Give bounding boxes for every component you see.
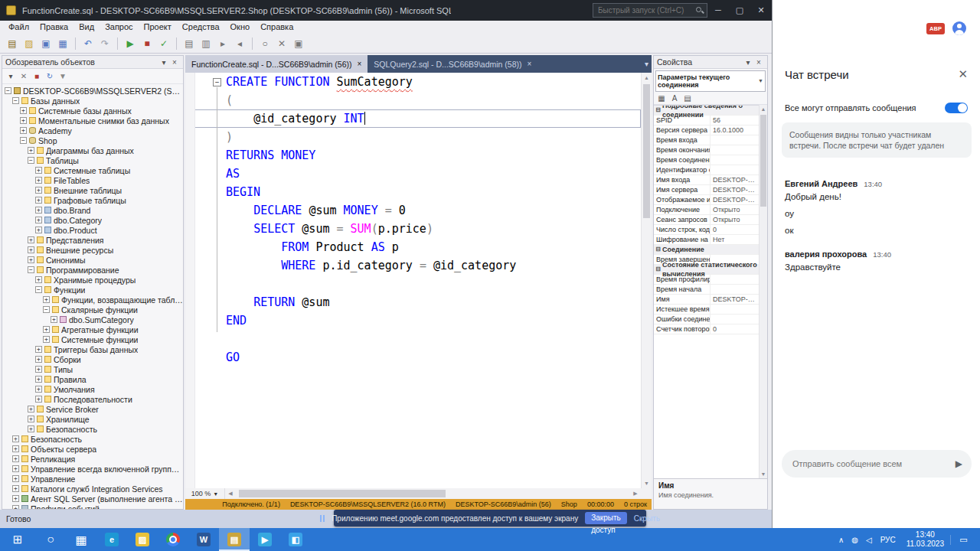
tree-item[interactable]: +dbo.SumCategory — [2, 315, 183, 324]
tree-expander-icon[interactable]: + — [12, 505, 19, 509]
editor-hscrollbar[interactable]: 100 % ▼ ◀ ▶ — [185, 488, 641, 499]
disconnect-icon[interactable]: ✕ — [18, 70, 30, 83]
tree-expander-icon[interactable]: + — [20, 127, 27, 134]
tree-expander-icon[interactable]: − — [5, 87, 11, 94]
menu-item[interactable]: Средства — [177, 21, 225, 34]
tree-item[interactable]: +Системные базы данных — [2, 106, 183, 116]
tab-inactive-document[interactable]: SQLQuery2.sql - D...SC66B9\admin (58))× — [368, 55, 537, 73]
tree-item[interactable]: +Последовательности — [2, 394, 183, 404]
hscroll-thumb[interactable] — [239, 490, 446, 497]
outdent-icon[interactable]: ◂ — [232, 36, 247, 51]
property-row[interactable]: Шифрование на каналеНет — [654, 235, 759, 245]
properties-object-combo[interactable]: Параметры текущего соединения ▼ — [655, 70, 766, 92]
property-pages-icon[interactable]: ▤ — [681, 93, 694, 105]
tree-item[interactable]: −Базы данных — [2, 96, 183, 106]
code-line[interactable]: @id_category INT — [185, 109, 641, 128]
code-editor[interactable]: − CREATE FUNCTION SumCategory( @id_categ… — [185, 73, 641, 488]
taskbar-search-icon[interactable]: ○ — [35, 528, 66, 551]
editor-vscrollbar[interactable]: ▲ ▼ — [641, 73, 652, 488]
tree-expander-icon[interactable]: − — [12, 97, 19, 104]
tree-expander-icon[interactable]: − — [43, 306, 50, 313]
tree-expander-icon[interactable]: + — [28, 246, 34, 253]
tree-expander-icon[interactable]: + — [28, 236, 34, 243]
tree-expander-icon[interactable]: − — [28, 266, 34, 273]
scroll-down-icon[interactable]: ▼ — [760, 470, 767, 478]
property-row[interactable]: Число строк, код0 — [654, 225, 759, 235]
save-all-icon[interactable]: ▦ — [55, 36, 70, 51]
property-row[interactable]: ИмяDESKTOP-SC66B9\MSSQLSERVER2 — [654, 295, 759, 305]
tree-item[interactable]: +Хранилище — [2, 414, 183, 424]
panel-menu-icon[interactable]: ▾ — [158, 58, 169, 67]
quick-launch-box[interactable] — [593, 3, 707, 18]
properties-close-icon[interactable]: × — [753, 58, 764, 67]
tree-expander-icon[interactable]: + — [35, 376, 42, 383]
language-indicator[interactable]: РУС — [876, 536, 900, 544]
tree-expander-icon[interactable]: + — [20, 117, 27, 124]
menu-item[interactable]: Справка — [255, 21, 299, 34]
tree-item[interactable]: +Представления — [2, 235, 183, 245]
tree-item[interactable]: +Типы — [2, 364, 183, 374]
tree-item[interactable]: +Внешние ресурсы — [2, 245, 183, 255]
taskbar-app-vscode[interactable]: ◧ — [280, 528, 311, 551]
tree-item[interactable]: +Графовые таблицы — [2, 195, 183, 205]
taskbar-app-ssms[interactable]: ▤ — [219, 528, 250, 551]
tab-close-icon[interactable]: × — [358, 60, 362, 68]
titlebar[interactable]: FunctionCreate.sql - DESKTOP-SC66B9\MSSQ… — [0, 0, 772, 21]
vscroll-thumb[interactable] — [643, 84, 650, 218]
tree-item[interactable]: +Управление всегда включенной группой до… — [2, 464, 183, 474]
start-button[interactable]: ⊞ — [0, 528, 35, 551]
menu-item[interactable]: Окно — [225, 21, 256, 34]
tree-item[interactable]: +Системные функции — [2, 334, 183, 344]
tree-item[interactable]: −Программирование — [2, 265, 183, 275]
tree-item[interactable]: +Каталоги служб Integration Services — [2, 484, 183, 494]
refresh-icon[interactable]: ↻ — [44, 70, 56, 83]
props-scrollbar[interactable]: ▲ ▼ — [759, 105, 767, 478]
tree-item[interactable]: +dbo.Brand — [2, 205, 183, 215]
collapse-icon[interactable]: ⊟ — [654, 106, 662, 115]
code-line[interactable]: FROM Product AS p — [185, 238, 641, 256]
alphabetical-icon[interactable]: A — [668, 93, 681, 105]
open-file-icon[interactable]: ▨ — [21, 36, 37, 51]
outline-collapse-icon[interactable]: − — [213, 78, 221, 86]
parse-icon[interactable]: ✓ — [156, 36, 172, 51]
code-line[interactable]: END — [185, 311, 641, 330]
tray-expand-icon[interactable]: ∧ — [835, 536, 848, 544]
categorized-icon[interactable]: ▦ — [655, 93, 668, 105]
code-line[interactable] — [185, 275, 641, 293]
tree-item[interactable]: +Триггеры базы данных — [2, 344, 183, 354]
cancel-query-icon[interactable]: ■ — [139, 36, 155, 51]
taskbar-app-telegram[interactable]: ▶ — [250, 528, 280, 551]
property-category[interactable]: ⊟Подробные сведения о соединении — [654, 106, 759, 116]
hide-share-bar-button[interactable]: Скрыть — [634, 514, 660, 523]
find-icon[interactable]: ○ — [257, 36, 273, 51]
tree-expander-icon[interactable]: − — [35, 286, 42, 293]
code-line[interactable]: WHERE p.id_category = @id_category — [185, 256, 641, 275]
stop-icon[interactable]: ■ — [31, 70, 43, 83]
tree-item[interactable]: +Хранимые процедуры — [2, 275, 183, 285]
taskbar-app-explorer[interactable]: ▨ — [127, 528, 158, 551]
tree-item[interactable]: +Моментальные снимки баз данных — [2, 116, 183, 126]
filter-icon[interactable]: ▼ — [57, 70, 69, 83]
stop-sharing-button[interactable]: Закрыть доступ — [585, 512, 627, 524]
menu-item[interactable]: Правка — [34, 21, 74, 34]
property-row[interactable]: Имя входаDESKTOP-SC66B9\admin — [654, 175, 759, 185]
code-line[interactable]: RETURN @sum — [185, 293, 641, 311]
cut-icon[interactable]: ✕ — [274, 36, 289, 51]
tree-item[interactable]: −DESKTOP-SC66B9\MSSQLSERVER2 (SQL Server… — [2, 86, 183, 96]
tree-item[interactable]: +Диаграммы баз данных — [2, 145, 183, 155]
code-line[interactable]: RETURNS MONEY — [185, 146, 641, 165]
property-row[interactable]: Время окончания — [654, 145, 759, 155]
adblock-icon[interactable]: ABP — [926, 23, 945, 34]
tree-item[interactable]: +dbo.Category — [2, 215, 183, 225]
code-line[interactable]: DECLARE @sum MONEY = 0 — [185, 201, 641, 220]
allow-messages-toggle[interactable] — [945, 103, 968, 113]
undo-icon[interactable]: ↶ — [80, 36, 96, 51]
tree-expander-icon[interactable]: + — [43, 326, 50, 333]
tree-expander-icon[interactable]: + — [12, 475, 19, 482]
scroll-up-icon[interactable]: ▲ — [642, 73, 652, 83]
tree-expander-icon[interactable]: + — [35, 386, 42, 393]
copy-icon[interactable]: ▣ — [291, 36, 306, 51]
menu-item[interactable]: Проект — [139, 21, 177, 34]
uncomment-icon[interactable]: ▥ — [198, 36, 214, 51]
window-list-icon[interactable]: ▾ — [645, 60, 648, 68]
